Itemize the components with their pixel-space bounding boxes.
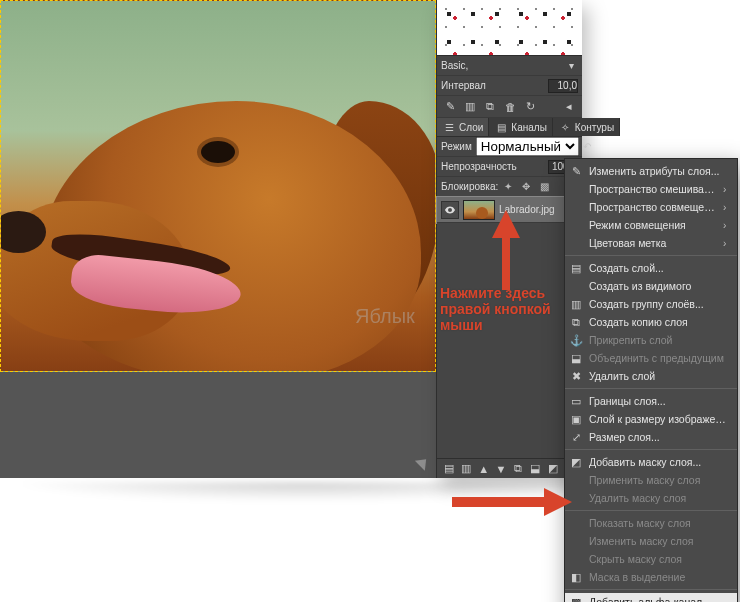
eye-icon (444, 204, 456, 216)
brush-grid[interactable] (437, 0, 582, 56)
lock-label: Блокировка: (441, 181, 498, 192)
lock-alpha-icon[interactable]: ▩ (540, 181, 552, 193)
annotation-text: Нажмите здесь правой кнопкой мыши (440, 285, 551, 333)
alpha-icon: ▩ (569, 595, 583, 602)
dock-tabs: ☰ Слои ▤ Каналы ✧ Контуры (437, 118, 582, 137)
menu-item[interactable]: Режим совмещения› (565, 216, 737, 234)
menu-item[interactable]: ✎Изменить атрибуты слоя... (565, 162, 737, 180)
lock-row: Блокировка: ✦ ✥ ▩ (437, 177, 582, 197)
menu-item[interactable]: ▭Границы слоя... (565, 392, 737, 410)
menu-item[interactable]: ▤Создать слой... (565, 259, 737, 277)
opacity-row: Непрозрачность (437, 157, 582, 177)
submenu-arrow-icon: › (723, 238, 731, 249)
submenu-arrow-icon: › (723, 220, 731, 231)
blank-icon (569, 200, 583, 214)
menu-item-label: Добавить альфа-канал (589, 596, 731, 602)
brush-edit-icon[interactable]: ✎ (443, 100, 457, 114)
menu-item: Показать маску слоя (565, 514, 737, 532)
menu-item-label: Цветовая метка (589, 237, 717, 249)
paths-icon: ✧ (558, 120, 572, 134)
brush-dup-icon[interactable]: ⧉ (483, 100, 497, 114)
interval-input[interactable] (548, 79, 578, 93)
menu-item[interactable]: ▩Добавить альфа-канал (565, 593, 737, 602)
merge-layer-icon[interactable]: ⬓ (529, 462, 541, 475)
menu-item-label: Создать группу слоёв... (589, 298, 731, 310)
panel-menu-icon[interactable]: ◂ (562, 100, 576, 114)
chevron-down-icon: ▾ (564, 59, 578, 73)
tab-label: Контуры (575, 122, 614, 133)
lower-layer-icon[interactable]: ▼ (495, 462, 507, 475)
menu-item-label: Показать маску слоя (589, 517, 731, 529)
add-mask-icon: ◩ (569, 455, 583, 469)
brush-refresh-icon[interactable]: ↻ (523, 100, 537, 114)
brush-new-icon[interactable]: ▥ (463, 100, 477, 114)
duplicate-layer-icon[interactable]: ⧉ (512, 462, 524, 475)
menu-item[interactable]: ✖Удалить слой (565, 367, 737, 385)
blank-icon (569, 279, 583, 293)
mode-reset-icon[interactable]: ↶ (583, 140, 591, 154)
lock-pixels-icon[interactable]: ✦ (504, 181, 516, 193)
annotation-arrow-icon (486, 210, 526, 290)
menu-item[interactable]: ⧉Создать копию слоя (565, 313, 737, 331)
merge-down-icon: ⬓ (569, 351, 583, 365)
brush-del-icon[interactable]: 🗑 (503, 100, 517, 114)
menu-item-label: Границы слоя... (589, 395, 731, 407)
brush-preset-selector[interactable]: Basic, ▾ (437, 56, 582, 76)
tab-label: Каналы (511, 122, 547, 133)
menu-item[interactable]: ▣Слой к размеру изображения (565, 410, 737, 428)
menu-item-label: Применить маску слоя (589, 474, 731, 486)
lock-position-icon[interactable]: ✥ (522, 181, 534, 193)
menu-item-label: Маска в выделение (589, 571, 731, 583)
menu-item-label: Объединить с предыдущим (589, 352, 731, 364)
menu-item[interactable]: Цветовая метка› (565, 234, 737, 252)
menu-item-label: Пространство смешивания (589, 183, 717, 195)
anchor-icon: ⚓ (569, 333, 583, 347)
menu-item-label: Скрыть маску слоя (589, 553, 731, 565)
resize-icon: ⤢ (569, 430, 583, 444)
canvas-nav-icon[interactable] (415, 454, 431, 470)
brush-tool-row: ✎ ▥ ⧉ 🗑 ↻ ◂ (437, 96, 582, 118)
menu-item[interactable]: Создать из видимого (565, 277, 737, 295)
fit-icon: ▣ (569, 412, 583, 426)
menu-item: Удалить маску слоя (565, 489, 737, 507)
group-icon: ▥ (569, 297, 583, 311)
menu-item-label: Создать из видимого (589, 280, 731, 292)
menu-item-label: Удалить маску слоя (589, 492, 731, 504)
tab-label: Слои (459, 122, 483, 133)
mask-icon[interactable]: ◩ (547, 462, 559, 475)
mask-sel-icon: ◧ (569, 570, 583, 584)
new-layer-icon[interactable]: ▤ (443, 462, 455, 475)
menu-item-label: Пространство совмещения (589, 201, 717, 213)
menu-item-label: Слой к размеру изображения (589, 413, 731, 425)
tab-layers[interactable]: ☰ Слои (437, 118, 489, 136)
mode-select[interactable]: Нормальный (476, 137, 579, 156)
menu-item[interactable]: ◩Добавить маску слоя... (565, 453, 737, 471)
raise-layer-icon[interactable]: ▲ (478, 462, 490, 475)
blank-icon (569, 552, 583, 566)
menu-item-label: Режим совмещения (589, 219, 717, 231)
submenu-arrow-icon: › (723, 184, 731, 195)
edit-icon: ✎ (569, 164, 583, 178)
layer-context-menu[interactable]: ✎Изменить атрибуты слоя...Пространство с… (564, 158, 738, 602)
menu-item[interactable]: ▥Создать группу слоёв... (565, 295, 737, 313)
svg-marker-0 (492, 210, 520, 290)
menu-item[interactable]: Пространство совмещения› (565, 198, 737, 216)
menu-item: Скрыть маску слоя (565, 550, 737, 568)
interval-row: Интервал (437, 76, 582, 96)
menu-item[interactable]: ⤢Размер слоя... (565, 428, 737, 446)
menu-item-label: Добавить маску слоя... (589, 456, 731, 468)
menu-item: Применить маску слоя (565, 471, 737, 489)
annotation-arrow-icon (452, 485, 572, 519)
new-group-icon[interactable]: ▥ (460, 462, 472, 475)
watermark: Яблык (355, 305, 435, 328)
bounds-icon: ▭ (569, 394, 583, 408)
new-layer-icon: ▤ (569, 261, 583, 275)
menu-item-label: Изменить атрибуты слоя... (589, 165, 731, 177)
tab-paths[interactable]: ✧ Контуры (553, 118, 620, 136)
menu-item-label: Создать слой... (589, 262, 731, 274)
menu-item[interactable]: Пространство смешивания› (565, 180, 737, 198)
tab-channels[interactable]: ▤ Каналы (489, 118, 553, 136)
blank-icon (569, 534, 583, 548)
visibility-toggle[interactable] (441, 201, 459, 219)
menu-item-label: Размер слоя... (589, 431, 731, 443)
